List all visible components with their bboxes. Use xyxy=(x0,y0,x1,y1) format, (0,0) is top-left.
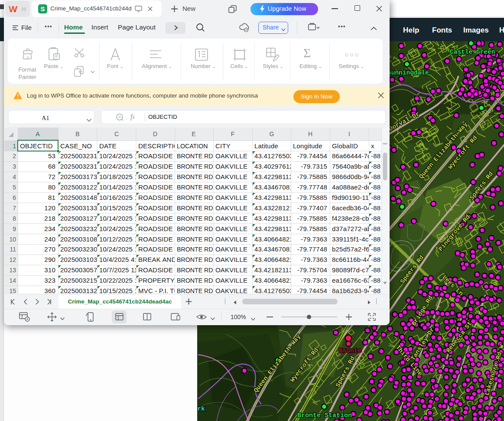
svg-text:Bronte: Bronte xyxy=(339,347,361,354)
svg-text:-88: -88 xyxy=(371,215,380,222)
svg-text:-79.75885: -79.75885 xyxy=(297,173,327,180)
svg-text:43.43467081: 43.43467081 xyxy=(254,245,293,253)
svg-text:-88: -88 xyxy=(371,245,380,253)
svg-text:15: 15 xyxy=(9,287,16,294)
svg-text:-79.75885: -79.75885 xyxy=(297,215,327,222)
svg-text:-79.75704: -79.75704 xyxy=(297,266,327,274)
svg-text:8a1b62d3-94: 8a1b62d3-94 xyxy=(332,287,371,294)
svg-text:10/12/2025 1: 10/12/2025 1 xyxy=(99,235,138,243)
svg-text:OBJECTID: OBJECTID xyxy=(20,142,53,150)
svg-text:310: 310 xyxy=(44,266,55,274)
svg-text:ea16676c-63: ea16676c-63 xyxy=(332,277,371,284)
svg-text:-79.77748: -79.77748 xyxy=(297,183,327,191)
svg-text:-88: -88 xyxy=(371,235,380,243)
svg-text:-79.75885: -79.75885 xyxy=(297,225,327,232)
svg-text:1: 1 xyxy=(13,143,16,150)
svg-text:OAKVILLE: OAKVILLE xyxy=(215,277,247,284)
svg-text:6acedb36-04: 6acedb36-04 xyxy=(332,204,371,212)
svg-text:G: G xyxy=(270,131,274,137)
svg-text:OAKVILLE: OAKVILLE xyxy=(215,256,247,263)
svg-text:-88: -88 xyxy=(371,287,380,294)
svg-text:OAKVILLE: OAKVILLE xyxy=(215,287,247,294)
svg-text:10/14/2025 1: 10/14/2025 1 xyxy=(99,215,138,222)
svg-text:F: F xyxy=(231,131,235,137)
svg-text:BRONTE RD &: BRONTE RD & xyxy=(177,246,219,253)
svg-text:10/24/2025 1: 10/24/2025 1 xyxy=(99,225,138,232)
svg-text:43.42298113: 43.42298113 xyxy=(254,194,293,201)
svg-text:43.43467081: 43.43467081 xyxy=(254,183,293,191)
svg-text:BRONTE RD &: BRONTE RD & xyxy=(177,184,219,191)
svg-text:234: 234 xyxy=(44,225,55,232)
svg-text:43.40664821: 43.40664821 xyxy=(254,235,293,243)
svg-text:218: 218 xyxy=(44,215,55,222)
svg-text:BRONTE RD &: BRONTE RD & xyxy=(177,225,219,232)
svg-text:OAKVILLE: OAKVILLE xyxy=(215,163,247,170)
svg-text:20250031031: 20250031031 xyxy=(60,256,101,263)
svg-text:8: 8 xyxy=(13,215,16,222)
svg-text:Castle Green: Castle Green xyxy=(450,49,495,55)
svg-text:323: 323 xyxy=(44,277,55,284)
svg-text:BRONTE RD &: BRONTE RD & xyxy=(177,205,219,212)
svg-text:W: W xyxy=(9,4,17,14)
svg-text:75640a9b-ab: 75640a9b-ab xyxy=(332,163,371,170)
svg-text:43.40664821: 43.40664821 xyxy=(254,277,293,284)
svg-text:20250031731: 20250031731 xyxy=(60,173,101,180)
svg-text:43.40297612: 43.40297612 xyxy=(254,163,293,170)
svg-text:43.43228121: 43.43228121 xyxy=(254,204,293,212)
svg-text:120: 120 xyxy=(44,204,55,212)
svg-text:OAKVILLE: OAKVILLE xyxy=(215,204,247,212)
svg-text:-79.7315: -79.7315 xyxy=(301,163,327,170)
svg-text:BRONTE RD &: BRONTE RD & xyxy=(177,277,219,284)
svg-text:d37a7272-ab: d37a7272-ab xyxy=(332,225,371,232)
svg-text:-79.74454: -79.74454 xyxy=(297,152,327,160)
svg-text:OAKVILLE: OAKVILLE xyxy=(215,183,247,191)
svg-text:-88: -88 xyxy=(371,152,380,160)
svg-text:BRONTE RD &: BRONTE RD & xyxy=(177,163,219,170)
svg-text:CITY: CITY xyxy=(215,142,231,150)
svg-text:20250032312: 20250032312 xyxy=(60,163,101,170)
svg-text:-88: -88 xyxy=(371,266,380,274)
svg-text:f9d90190-11: f9d90190-11 xyxy=(332,194,369,201)
svg-text:OAKVILLE: OAKVILLE xyxy=(215,173,247,180)
svg-text:-88: -88 xyxy=(371,183,380,191)
svg-text:20250032301: 20250032301 xyxy=(60,245,101,253)
svg-text:B: B xyxy=(75,131,79,137)
svg-text:f4238e28-cb: f4238e28-cb xyxy=(332,215,369,222)
svg-text:43.42298113: 43.42298113 xyxy=(254,215,293,222)
svg-text:-88: -88 xyxy=(371,173,380,180)
svg-text:9866d0db-94: 9866d0db-94 xyxy=(332,173,371,180)
svg-text:-79.77748: -79.77748 xyxy=(297,245,327,253)
svg-text:3: 3 xyxy=(13,163,16,170)
svg-text:OAKVILLE: OAKVILLE xyxy=(215,152,247,160)
svg-text:8c66116b-44: 8c66116b-44 xyxy=(332,256,371,263)
svg-text:11: 11 xyxy=(10,246,16,253)
svg-text:98089f7d-c7: 98089f7d-c7 xyxy=(332,266,369,274)
svg-text:10: 10 xyxy=(9,236,16,243)
svg-text:GlobalID: GlobalID xyxy=(332,142,358,150)
svg-text:43.42298113: 43.42298113 xyxy=(254,225,293,232)
svg-text:360: 360 xyxy=(44,287,55,294)
svg-text:-88: -88 xyxy=(371,163,380,170)
svg-text:270: 270 xyxy=(44,245,55,253)
svg-text:Latitude: Latitude xyxy=(254,142,278,150)
svg-text:339115f1-4c: 339115f1-4c xyxy=(332,235,369,243)
svg-text:13: 13 xyxy=(9,267,16,274)
svg-text:5: 5 xyxy=(13,184,16,191)
svg-text:DATE: DATE xyxy=(99,142,117,150)
svg-text:BRONTE RD &: BRONTE RD & xyxy=(177,153,219,160)
svg-text:20250031271: 20250031271 xyxy=(60,215,101,222)
svg-text:A: A xyxy=(36,131,40,137)
svg-text:4a088ae2-dc: 4a088ae2-dc xyxy=(332,183,371,191)
svg-text:BRONTE RD &: BRONTE RD & xyxy=(177,236,219,243)
svg-text:10/4/2025 4:4: 10/4/2025 4:4 xyxy=(99,256,140,263)
svg-text:b25d57a2-f6: b25d57a2-f6 xyxy=(332,245,369,253)
svg-text:20250031321: 20250031321 xyxy=(60,287,101,294)
svg-text:86a66444-7d: 86a66444-7d xyxy=(332,152,371,160)
svg-text:20250031221: 20250031221 xyxy=(60,183,101,191)
svg-text:10/7/2025 11:: 10/7/2025 11: xyxy=(99,266,140,274)
svg-text:20250031081: 20250031081 xyxy=(60,235,101,243)
svg-text:43.41276503: 43.41276503 xyxy=(254,152,293,160)
svg-text:-79.7363: -79.7363 xyxy=(301,277,327,284)
svg-text:D: D xyxy=(153,131,157,137)
svg-text:OAKVILLE: OAKVILLE xyxy=(215,225,247,232)
